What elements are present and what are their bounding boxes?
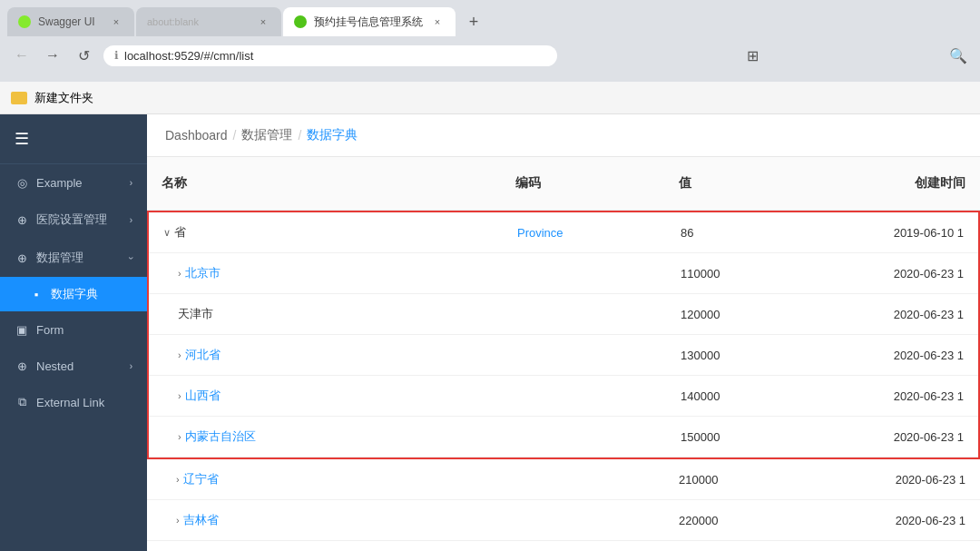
sidebar: ☰ ◎ Example › ⊕ 医院设置管理 › ⊕ 数据管理 › ▪ 数据字典… xyxy=(0,114,147,551)
nested-arrow: › xyxy=(130,361,132,371)
main-content: Dashboard / 数据管理 / 数据字典 名称 编码 值 创建时间 xyxy=(147,114,980,551)
sidebar-item-nested[interactable]: ⊕ Nested › xyxy=(0,348,147,384)
table-row[interactable]: › 河北省 130000 2020-06-23 1 xyxy=(149,335,978,376)
breadcrumb-dashboard[interactable]: Dashboard xyxy=(165,128,228,143)
th-created: 创建时间 xyxy=(828,168,980,199)
th-name: 名称 xyxy=(147,168,501,199)
tab-close-swagger[interactable]: × xyxy=(109,15,123,29)
sidebar-menu-toggle[interactable]: ☰ xyxy=(0,114,147,164)
hospital-arrow: › xyxy=(130,215,132,225)
td-name-liaoning: › 辽宁省 xyxy=(147,459,501,499)
table-row[interactable]: 天津市 120000 2020-06-23 1 xyxy=(149,294,978,335)
td-created-beijing: 2020-06-23 1 xyxy=(829,253,978,293)
url-text: localhost:9529/#/cmn/list xyxy=(124,49,253,63)
td-value-beijing: 110000 xyxy=(666,253,829,293)
app-favicon xyxy=(294,15,307,28)
table-area: 名称 编码 值 创建时间 ∨ 省 Province 86 xyxy=(147,157,980,551)
sidebar-item-nested-label: Nested xyxy=(36,359,122,373)
name-liaoning: 辽宁省 xyxy=(183,471,219,487)
breadcrumb-sep-2: / xyxy=(298,128,301,143)
tab-blank[interactable]: about:blank × xyxy=(136,7,281,36)
td-value-hebei: 130000 xyxy=(666,335,829,375)
example-arrow: › xyxy=(130,178,132,188)
table-row[interactable]: › 辽宁省 210000 2020-06-23 1 xyxy=(147,459,980,500)
tab-bar: Swagger UI × about:blank × 预约挂号信息管理系统 × … xyxy=(0,0,980,36)
td-name-province: ∨ 省 xyxy=(149,212,503,252)
expand-hebei[interactable]: › xyxy=(178,349,181,360)
example-icon: ◎ xyxy=(15,175,29,190)
td-code-liaoning xyxy=(501,459,664,499)
sidebar-item-form[interactable]: ▣ Form xyxy=(0,311,147,348)
td-created-jilin: 2020-06-23 1 xyxy=(828,500,980,540)
breadcrumb-data[interactable]: 数据管理 xyxy=(241,127,292,143)
expand-beijing[interactable]: › xyxy=(178,268,181,279)
table-row[interactable]: › 吉林省 220000 2020-06-23 1 xyxy=(147,500,980,541)
tab-blank-label: about:blank xyxy=(147,16,249,27)
table-row[interactable]: ∨ 省 Province 86 2019-06-10 1 xyxy=(149,212,978,253)
tab-swagger-label: Swagger UI xyxy=(38,15,102,28)
forward-button[interactable]: → xyxy=(42,44,64,66)
folder-bar-label: 新建文件夹 xyxy=(34,90,93,106)
sidebar-item-external[interactable]: ⧉ External Link xyxy=(0,384,147,420)
highlighted-section: ∨ 省 Province 86 2019-06-10 1 › 北京市 xyxy=(147,211,980,459)
zoom-button[interactable]: 🔍 xyxy=(947,44,969,66)
sidebar-item-data[interactable]: ⊕ 数据管理 › xyxy=(0,239,147,277)
td-name-shanxi: › 山西省 xyxy=(149,376,503,416)
td-created-shanxi: 2020-06-23 1 xyxy=(829,376,978,416)
td-code-shanxi xyxy=(503,376,666,416)
th-value: 值 xyxy=(664,168,828,199)
sidebar-item-example-label: Example xyxy=(36,176,122,190)
td-name-beijing: › 北京市 xyxy=(149,253,503,293)
sidebar-item-hospital[interactable]: ⊕ 医院设置管理 › xyxy=(0,201,147,239)
expand-liaoning[interactable]: › xyxy=(176,474,180,485)
hospital-icon: ⊕ xyxy=(15,212,29,227)
folder-bar: 新建文件夹 xyxy=(0,82,980,114)
td-value-tianjin: 120000 xyxy=(666,294,829,334)
td-created-tianjin: 2020-06-23 1 xyxy=(829,294,978,334)
table-row[interactable]: 黑龙江省 230000 2020-06-23 1 xyxy=(147,541,980,551)
nested-icon: ⊕ xyxy=(15,359,29,373)
url-bar[interactable]: ℹ localhost:9529/#/cmn/list xyxy=(103,45,557,66)
table-row[interactable]: › 山西省 140000 2020-06-23 1 xyxy=(149,376,978,417)
td-name-neimenggu: › 内蒙古自治区 xyxy=(149,417,503,457)
th-code: 编码 xyxy=(501,168,664,199)
refresh-button[interactable]: ↺ xyxy=(73,44,94,66)
table-row[interactable]: › 北京市 110000 2020-06-23 1 xyxy=(149,253,978,294)
breadcrumb-sep-1: / xyxy=(233,128,237,143)
expand-jilin[interactable]: › xyxy=(176,515,180,526)
breadcrumb-current: 数据字典 xyxy=(307,127,358,143)
td-created-liaoning: 2020-06-23 1 xyxy=(828,459,980,499)
tab-close-blank[interactable]: × xyxy=(256,15,270,29)
sidebar-item-hospital-label: 医院设置管理 xyxy=(36,212,122,228)
grid-view-button[interactable]: ⊞ xyxy=(741,44,763,66)
tab-close-app[interactable]: × xyxy=(430,15,445,29)
td-code-beijing xyxy=(503,253,666,293)
tab-swagger[interactable]: Swagger UI × xyxy=(7,7,134,36)
td-name-tianjin: 天津市 xyxy=(149,294,503,334)
new-tab-button[interactable]: + xyxy=(461,9,486,34)
td-code-jilin xyxy=(501,500,664,540)
td-name-hebei: › 河北省 xyxy=(149,335,503,375)
table-body: ∨ 省 Province 86 2019-06-10 1 › 北京市 xyxy=(147,211,980,551)
back-button[interactable]: ← xyxy=(11,44,33,66)
tab-app[interactable]: 预约挂号信息管理系统 × xyxy=(283,7,456,36)
td-created-heilongjiang: 2020-06-23 1 xyxy=(828,541,980,551)
td-created-hebei: 2020-06-23 1 xyxy=(829,335,978,375)
expand-province[interactable]: ∨ xyxy=(163,227,171,239)
expand-shanxi[interactable]: › xyxy=(178,390,181,401)
sidebar-item-example[interactable]: ◎ Example › xyxy=(0,164,147,201)
page-header: Dashboard / 数据管理 / 数据字典 xyxy=(147,114,980,157)
td-code-tianjin xyxy=(503,294,666,334)
form-icon: ▣ xyxy=(15,322,29,337)
table-header: 名称 编码 值 创建时间 xyxy=(147,157,980,211)
name-neimenggu: 内蒙古自治区 xyxy=(185,428,256,445)
expand-neimenggu[interactable]: › xyxy=(178,431,181,442)
folder-icon xyxy=(11,92,27,104)
table-row[interactable]: › 内蒙古自治区 150000 2020-06-23 1 xyxy=(149,417,978,458)
sidebar-item-data-dict[interactable]: ▪ 数据字典 xyxy=(0,277,147,311)
td-value-heilongjiang: 230000 xyxy=(664,541,828,551)
td-code-hebei xyxy=(503,335,666,375)
name-beijing: 北京市 xyxy=(185,265,220,281)
data-arrow: › xyxy=(126,256,136,259)
td-value-neimenggu: 150000 xyxy=(666,417,829,457)
